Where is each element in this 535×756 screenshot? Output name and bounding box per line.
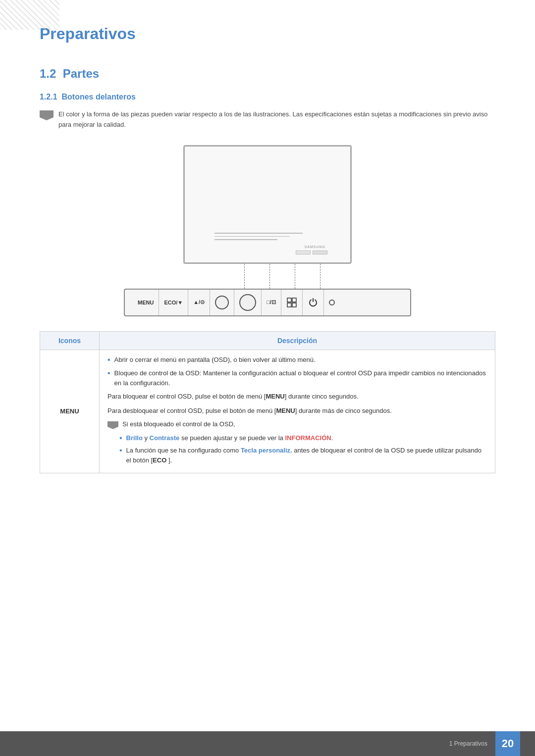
- desc-bullet-1-text: Abrir o cerrar el menú en pantalla (OSD)…: [114, 355, 316, 365]
- section-number: 1.2: [40, 67, 56, 80]
- desc-bullet-2: • Bloqueo de control de la OSD: Mantener…: [107, 368, 487, 388]
- svg-rect-0: [287, 298, 291, 302]
- sub-bullet-icon-2: •: [119, 446, 122, 455]
- btn-led[interactable]: [324, 290, 340, 315]
- bullet-icon-1: •: [107, 355, 110, 364]
- table-header-desc: Descripción: [100, 331, 495, 350]
- icon-label-menu: MENU: [60, 407, 79, 415]
- btn-circle-large[interactable]: [234, 290, 262, 315]
- icon-cell-menu: MENU: [40, 350, 100, 473]
- led-icon: [329, 300, 335, 305]
- inline-note: Si está bloqueado el control de la OSD,: [107, 420, 487, 429]
- svg-rect-2: [287, 303, 291, 307]
- table-row: MENU • Abrir o cerrar el menú en pantall…: [40, 350, 495, 473]
- inline-note-icon: [107, 421, 118, 429]
- note-icon: [40, 110, 54, 120]
- btn-eco[interactable]: ECO/▼: [159, 290, 188, 315]
- footer: 1 Preparativos 20: [0, 731, 535, 756]
- footer-page-number: 20: [495, 731, 520, 756]
- subsection-title: Botones delanteros: [61, 93, 135, 101]
- sub-bullet-icon-1: •: [119, 433, 122, 443]
- sub-bullet-2: • La función que se ha configurado como …: [119, 446, 487, 465]
- desc-para-2: Para desbloquear el control OSD, pulse e…: [107, 406, 487, 416]
- btn-up-label: ▲/⊙: [193, 299, 205, 305]
- footer-section-text: 1 Preparativos: [449, 740, 487, 747]
- sub-bullet-1-text: Brillo y Contraste se pueden ajustar y s…: [126, 433, 333, 443]
- sub-bullet-1: • Brillo y Contraste se pueden ajustar y…: [119, 433, 487, 443]
- desc-bullet-1: • Abrir o cerrar el menú en pantalla (OS…: [107, 355, 487, 365]
- btn-up[interactable]: ▲/⊙: [188, 290, 210, 315]
- bullet-icon-2: •: [107, 368, 110, 378]
- btn-eco-label: ECO/▼: [164, 300, 183, 305]
- btn-source[interactable]: □/⊡: [262, 290, 281, 315]
- note-text: El color y la forma de las piezas pueden…: [58, 109, 495, 130]
- subsection-number: 1.2.1: [40, 93, 57, 101]
- svg-rect-3: [292, 303, 296, 307]
- circle-large-icon: [239, 294, 256, 311]
- section-heading: 1.2 Partes: [40, 67, 495, 81]
- btn-grid[interactable]: [281, 290, 303, 315]
- section-title: Partes: [63, 67, 99, 80]
- monitor-illustration: SAMSUNG MENU ECO/▼: [40, 145, 495, 316]
- page-title: Preparativos: [40, 25, 495, 47]
- sub-bullet-2-text: La función que se ha configurado como Te…: [126, 446, 487, 465]
- power-icon: [308, 297, 319, 308]
- button-bar: MENU ECO/▼ ▲/⊙: [124, 289, 411, 316]
- desc-bullet-2-text: Bloqueo de control de la OSD: Mantener l…: [114, 368, 487, 388]
- monitor-screen: SAMSUNG: [183, 145, 352, 264]
- grid-icon: [286, 297, 297, 308]
- subsection-heading: 1.2.1 Botones delanteros: [40, 93, 495, 101]
- btn-power[interactable]: [303, 290, 324, 315]
- circle-small-icon: [215, 296, 229, 309]
- decorative-corner: [0, 0, 59, 30]
- inline-note-text: Si está bloqueado el control de la OSD,: [122, 420, 235, 428]
- btn-menu-label: MENU: [138, 300, 154, 305]
- btn-menu[interactable]: MENU: [133, 290, 159, 315]
- btn-source-label: □/⊡: [267, 299, 276, 305]
- table-header-icons: Iconos: [40, 331, 100, 350]
- desc-para-1: Para bloquear el control OSD, pulse el b…: [107, 392, 487, 402]
- desc-cell-menu: • Abrir o cerrar el menú en pantalla (OS…: [100, 350, 495, 473]
- note-box: El color y la forma de las piezas pueden…: [40, 109, 495, 130]
- info-table: Iconos Descripción MENU • Abrir o cerrar…: [40, 331, 495, 474]
- btn-circle-small[interactable]: [210, 290, 234, 315]
- svg-rect-1: [292, 298, 296, 302]
